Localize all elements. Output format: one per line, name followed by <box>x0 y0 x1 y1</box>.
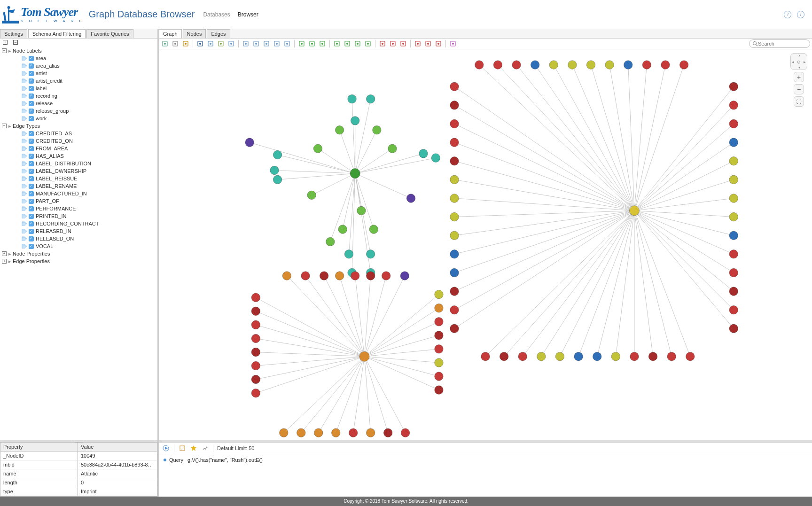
tree-item-label[interactable]: ✓label <box>2 85 156 92</box>
checkbox-icon[interactable]: ✓ <box>29 221 34 226</box>
graph-node[interactable] <box>605 61 614 69</box>
info-icon[interactable]: i <box>797 11 804 18</box>
graph-node[interactable] <box>251 320 260 329</box>
tab-nodes[interactable]: Nodes <box>183 29 206 38</box>
graph-node[interactable] <box>729 194 738 202</box>
graph-node[interactable] <box>273 175 281 184</box>
tree-edge-properties[interactable]: +▸Edge Properties <box>2 257 156 265</box>
graph-node[interactable] <box>406 194 415 202</box>
undo-icon[interactable] <box>308 39 316 48</box>
print-icon[interactable] <box>171 39 180 48</box>
help-icon[interactable]: ? <box>784 11 791 18</box>
graph-node[interactable] <box>450 119 459 128</box>
query-settings-button[interactable] <box>201 444 209 452</box>
select-icon[interactable] <box>206 39 215 48</box>
pan-icon[interactable] <box>217 39 225 48</box>
zoom-out-button[interactable]: − <box>794 84 804 94</box>
tab-settings[interactable]: Settings <box>0 29 27 38</box>
cursor-icon[interactable] <box>196 39 204 48</box>
tab-favorite-queries[interactable]: Favorite Queries <box>86 29 133 38</box>
graph-node[interactable] <box>400 272 409 280</box>
graph-node[interactable] <box>611 352 620 360</box>
checkbox-icon[interactable]: ✓ <box>29 109 34 114</box>
tree-item-area_alias[interactable]: ✓area_alias <box>2 62 156 70</box>
checkbox-icon[interactable]: ✓ <box>29 78 34 84</box>
graph-node[interactable] <box>366 250 375 258</box>
graph-node[interactable] <box>729 231 738 240</box>
graph-node[interactable] <box>273 150 281 159</box>
graph-node[interactable] <box>326 237 335 246</box>
tree-item-VOCAL[interactable]: ✓VOCAL <box>2 242 156 250</box>
property-row[interactable]: _NodeID10049 <box>0 452 157 460</box>
graph-node[interactable] <box>435 331 443 340</box>
tree-item-PART_OF[interactable]: ✓PART_OF <box>2 197 156 205</box>
search-input[interactable] <box>758 41 805 47</box>
tree-item-MANUFACTURED_IN[interactable]: ✓MANUFACTURED_IN <box>2 190 156 197</box>
clipboard-icon[interactable] <box>181 39 190 48</box>
property-row[interactable]: typeImprint <box>0 487 157 496</box>
graph-node[interactable] <box>531 61 539 69</box>
graph-node[interactable] <box>450 324 459 333</box>
tab-graph[interactable]: Graph <box>159 29 182 38</box>
graph-node[interactable] <box>555 352 564 360</box>
tree-item-LABEL_DISTRIBUTION[interactable]: ✓LABEL_DISTRIBUTION <box>2 160 156 167</box>
tree-item-LABEL_OWNERSHIP[interactable]: ✓LABEL_OWNERSHIP <box>2 167 156 175</box>
graph-node[interactable] <box>729 287 738 296</box>
graph-node[interactable] <box>366 272 375 280</box>
tree-item-release_group[interactable]: ✓release_group <box>2 107 156 115</box>
graph-node[interactable] <box>450 175 459 184</box>
tree-node-properties[interactable]: +▸Node Properties <box>2 250 156 257</box>
graph-node[interactable] <box>373 125 381 134</box>
zoom-reset-icon[interactable] <box>283 39 291 48</box>
graph-node[interactable] <box>512 61 521 69</box>
pan-control[interactable]: ▲▼ ◀▶ ⊙ <box>790 53 807 70</box>
graph-node[interactable] <box>450 194 459 202</box>
graph-node[interactable] <box>729 305 738 314</box>
graph-node[interactable] <box>251 348 260 356</box>
graph-node[interactable] <box>338 225 347 234</box>
layout4-icon[interactable] <box>364 39 372 48</box>
graph-node[interactable] <box>366 94 375 103</box>
graph-node[interactable] <box>320 272 328 280</box>
graph-node[interactable] <box>450 138 459 147</box>
checkbox-icon[interactable]: ✓ <box>29 161 34 166</box>
collapse-all-button[interactable]: − <box>13 40 18 45</box>
nav-databases[interactable]: Databases <box>203 11 230 18</box>
zoom-in-icon[interactable] <box>242 39 250 48</box>
graph-node[interactable] <box>348 94 356 103</box>
tree-item-LABEL_RENAME[interactable]: ✓LABEL_RENAME <box>2 182 156 190</box>
tree-edge-types[interactable]: −▸Edge Types <box>2 122 156 130</box>
graph-node[interactable] <box>729 324 738 333</box>
tree-item-RECORDING_CONTRACT[interactable]: ✓RECORDING_CONTRACT <box>2 220 156 227</box>
graph-node[interactable] <box>686 352 695 360</box>
property-row[interactable]: mbid50c384a2-0b44-401b-b893-81811733... <box>0 460 157 469</box>
zoom-out-icon[interactable] <box>252 39 260 48</box>
checkbox-icon[interactable]: ✓ <box>29 131 34 136</box>
graph-node[interactable] <box>450 231 459 240</box>
checkbox-icon[interactable]: ✓ <box>29 139 34 144</box>
tree-item-PRINTED_IN[interactable]: ✓PRINTED_IN <box>2 212 156 220</box>
delete-icon[interactable] <box>414 39 422 48</box>
graph-node[interactable] <box>335 272 344 280</box>
filter-icon[interactable] <box>297 39 306 48</box>
checkbox-icon[interactable]: ✓ <box>29 229 34 234</box>
graph-node[interactable] <box>568 61 577 69</box>
nav-browser[interactable]: Browser <box>238 11 258 18</box>
checkbox-icon[interactable]: ✓ <box>29 71 34 76</box>
layout3-icon[interactable] <box>353 39 362 48</box>
query-text[interactable]: g.V().has("name", "Rush").outE() <box>187 457 263 463</box>
graph-node[interactable] <box>450 287 459 296</box>
graph-node[interactable] <box>382 272 390 280</box>
graph-node[interactable] <box>435 318 443 326</box>
graph-node[interactable] <box>586 61 595 69</box>
graph-node[interactable] <box>359 351 369 361</box>
tree-item-LABEL_REISSUE[interactable]: ✓LABEL_REISSUE <box>2 175 156 182</box>
checkbox-icon[interactable]: ✓ <box>29 191 34 196</box>
graph-node[interactable] <box>314 428 323 437</box>
search-box[interactable] <box>749 39 810 48</box>
tree-toggle-icon[interactable]: + <box>2 259 7 264</box>
tree-item-area[interactable]: ✓area <box>2 54 156 62</box>
run-query-button[interactable] <box>162 444 170 452</box>
tree-item-release[interactable]: ✓release <box>2 100 156 107</box>
graph-node[interactable] <box>435 372 443 381</box>
